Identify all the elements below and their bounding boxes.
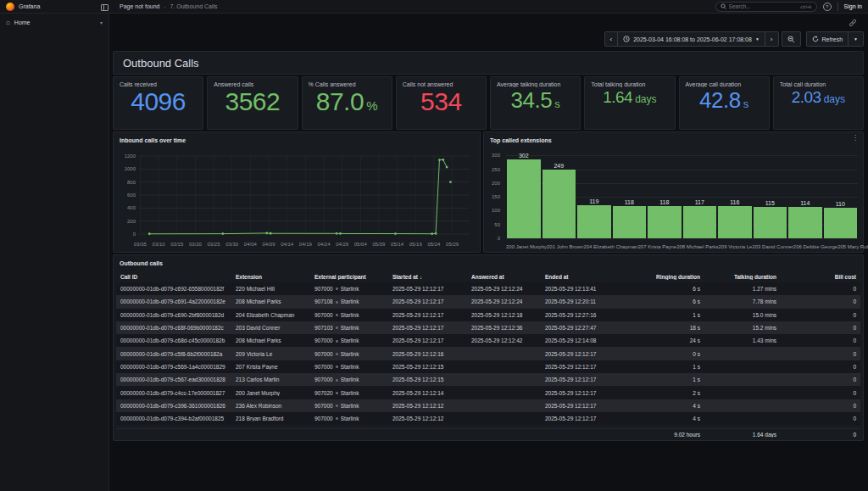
- bar[interactable]: [613, 206, 647, 238]
- refresh-interval-button[interactable]: ▼: [849, 31, 864, 47]
- stat-value: 1.64: [603, 89, 632, 105]
- time-controls: ‹ 2025-03-04 16:08:08 to 2025-06-02 17:0…: [604, 31, 865, 47]
- x-tick-label: 05/04: [354, 242, 368, 247]
- stat-title: Total talking duration: [585, 77, 674, 87]
- bar[interactable]: [788, 207, 822, 238]
- stat-value: 34.5: [511, 89, 553, 111]
- sidebar-item-home[interactable]: ⌂ Home ▾: [6, 16, 103, 29]
- cell-call-id: 00000000-01db-d079-c569-1a4c00001829: [116, 364, 231, 370]
- footer-total-talking: 1.64 days: [704, 432, 781, 438]
- time-forward-button[interactable]: ›: [765, 31, 779, 47]
- y-tick-label: 0: [498, 236, 500, 241]
- bar[interactable]: [718, 206, 752, 238]
- column-header[interactable]: Talking duration: [704, 274, 781, 280]
- stat-value-wrap: 3562: [208, 89, 297, 129]
- cell-ended-at: 2025-05-29 12:12:17: [541, 364, 620, 370]
- stat-panel: Calls received4096: [113, 76, 203, 130]
- dot-icon: [336, 301, 338, 304]
- x-tick-label: 03/25: [208, 242, 221, 247]
- cell-started-at: 2025-05-29 12:12:17: [388, 286, 467, 292]
- panel-title[interactable]: Top called extensions: [484, 132, 863, 148]
- bar[interactable]: [507, 159, 541, 238]
- bar-value-label: 302: [519, 153, 529, 159]
- cell-ringing-duration: 6 s: [620, 286, 704, 292]
- share-link-icon[interactable]: [849, 19, 857, 27]
- column-header[interactable]: Ended at: [541, 274, 620, 280]
- stat-panel: Answered calls3562: [207, 76, 298, 130]
- time-range-picker[interactable]: 2025-03-04 16:08:08 to 2025-06-02 17:08:…: [618, 31, 765, 47]
- panel-title[interactable]: Outbound calls: [114, 255, 863, 271]
- panel-title[interactable]: Inbound calls over time: [114, 132, 480, 148]
- breadcrumb-section[interactable]: Page not found: [120, 3, 160, 9]
- bar-slot: 118: [647, 153, 682, 238]
- bar[interactable]: [683, 206, 717, 238]
- column-header[interactable]: External participant: [310, 274, 388, 280]
- cell-started-at: 2025-05-29 12:12:14: [388, 390, 467, 396]
- cell-bill-cost: 0: [781, 299, 860, 304]
- cell-bill-cost: 0: [781, 390, 860, 396]
- grafana-logo-icon[interactable]: [6, 3, 14, 11]
- zoom-out-button[interactable]: [782, 31, 801, 47]
- column-header[interactable]: Answered at: [467, 274, 541, 280]
- sidebar-toggle-icon[interactable]: [101, 4, 108, 11]
- cell-bill-cost: 0: [781, 338, 860, 343]
- data-point: [221, 232, 224, 235]
- x-tick-label: 205 Mary Robinson: [837, 244, 868, 249]
- stat-value-wrap: 42.8s: [680, 89, 769, 129]
- cell-answered-at: 2025-05-29 12:12:24: [467, 299, 541, 304]
- bar-y-axis: 050100150200250300: [484, 153, 503, 238]
- bar[interactable]: [542, 170, 576, 238]
- refresh-button[interactable]: Refresh: [806, 31, 849, 47]
- stat-panel: Average talking duration34.5s: [490, 76, 581, 130]
- stat-value: 2.03: [792, 89, 821, 105]
- search-shortcut: ctrl+k: [800, 4, 811, 9]
- x-tick-label: 05/29: [446, 242, 459, 247]
- dot-icon: [336, 417, 338, 420]
- chevron-down-icon[interactable]: ▾: [100, 20, 103, 25]
- y-tick-label: 0: [133, 232, 136, 237]
- table-header-row: Call IDExtensionExternal participantStar…: [116, 271, 860, 282]
- y-tick-label: 400: [127, 205, 136, 210]
- bar[interactable]: [824, 208, 858, 238]
- bar-value-label: 118: [659, 199, 669, 205]
- cell-answered-at: 2025-05-29 12:12:18: [467, 312, 541, 318]
- y-tick-label: 200: [127, 219, 136, 224]
- clock-icon: [623, 36, 630, 42]
- grid-line: [506, 238, 858, 239]
- refresh-group: Refresh ▼: [806, 31, 864, 47]
- search-box[interactable]: ctrl+k: [715, 2, 817, 12]
- bar[interactable]: [648, 206, 682, 238]
- data-point: [270, 232, 272, 235]
- column-header[interactable]: Extension: [231, 274, 310, 280]
- inbound-calls-chart[interactable]: 02004006008001000120003/0503/1003/1503/2…: [117, 149, 476, 250]
- refresh-label: Refresh: [822, 36, 843, 42]
- cell-extension: 218 Bryan Bradford: [231, 416, 310, 421]
- panel-menu-icon[interactable]: ⋮: [852, 135, 859, 142]
- cell-extension: 203 David Conner: [231, 325, 310, 331]
- cell-started-at: 2025-05-29 12:12:15: [388, 377, 467, 382]
- bar[interactable]: [754, 207, 787, 238]
- time-back-button[interactable]: ‹: [604, 31, 619, 47]
- help-icon[interactable]: ?: [823, 3, 832, 11]
- search-input[interactable]: [729, 3, 798, 9]
- bar-row: 302249119118118117116115114110: [506, 153, 858, 238]
- column-header[interactable]: Started at↓: [388, 274, 467, 280]
- top-extensions-chart[interactable]: 302249119118118117116115114110: [506, 153, 858, 238]
- column-header[interactable]: Call ID: [116, 274, 231, 280]
- bar-slot: 110: [823, 153, 859, 238]
- column-header[interactable]: Ringing duration: [620, 274, 704, 280]
- bar[interactable]: [577, 205, 611, 238]
- cell-ended-at: 2025-05-29 12:12:17: [541, 390, 620, 396]
- data-point: [442, 159, 444, 161]
- sign-in-button[interactable]: Sign in: [844, 3, 862, 9]
- cell-bill-cost: 0: [781, 351, 860, 357]
- column-header[interactable]: Bill cost: [781, 274, 860, 280]
- refresh-icon: [812, 36, 819, 42]
- cell-call-id: 00000000-01db-d079-c394-b2af00001825: [116, 416, 231, 421]
- brand-label: Grafana: [19, 3, 40, 9]
- cell-started-at: 2025-05-29 12:12:15: [388, 364, 467, 370]
- bar-value-label: 119: [589, 198, 598, 204]
- cell-extension: 213 Carlos Martin: [231, 377, 310, 382]
- cell-external-participant: 907000Starlink: [310, 351, 388, 357]
- breadcrumb-page: 7. Outbound Calls: [170, 3, 218, 9]
